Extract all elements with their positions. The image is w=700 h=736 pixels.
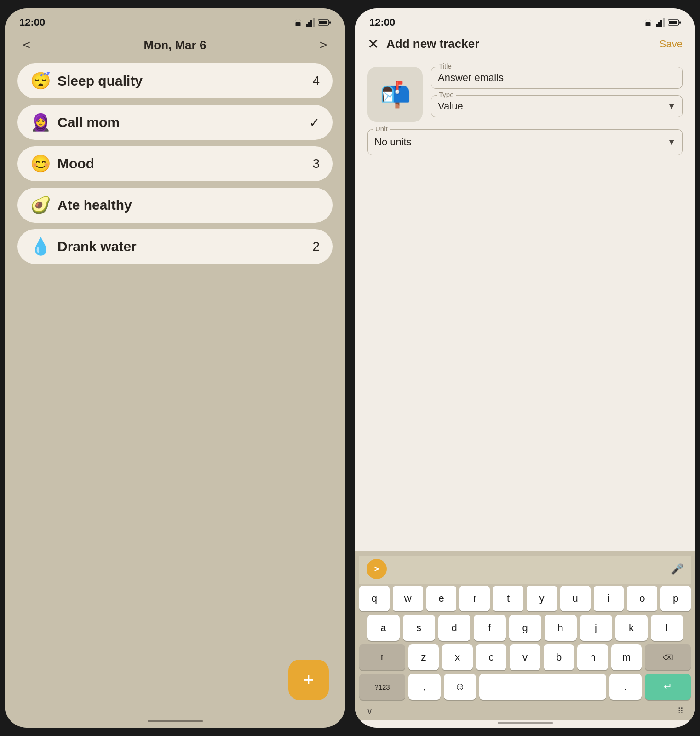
key-u[interactable]: u: [560, 586, 591, 611]
key-period[interactable]: .: [609, 674, 642, 700]
tracker-list: 😴 Sleep quality 4 🧕 Call mom ✓ 😊 Mood 3: [17, 63, 333, 264]
save-button[interactable]: Save: [660, 38, 683, 50]
key-t[interactable]: t: [493, 586, 523, 611]
tracker-item-healthy[interactable]: 🥑 Ate healthy: [17, 188, 333, 223]
key-shift[interactable]: ⇧: [359, 644, 405, 670]
key-enter[interactable]: ↵: [645, 674, 691, 700]
key-p[interactable]: p: [660, 586, 691, 611]
key-o[interactable]: o: [627, 586, 657, 611]
key-row-3: ⇧ z x c v b n m ⌫: [359, 644, 691, 670]
key-k[interactable]: k: [615, 615, 648, 641]
title-field[interactable]: Title Answer emails: [431, 67, 683, 89]
key-a[interactable]: a: [367, 615, 400, 641]
icon-picker[interactable]: 📬: [367, 67, 423, 122]
key-numbers[interactable]: ?123: [359, 674, 405, 700]
key-h[interactable]: h: [545, 615, 577, 641]
svg-rect-7: [329, 21, 331, 24]
key-e[interactable]: e: [426, 586, 457, 611]
svg-rect-11: [660, 20, 662, 27]
key-y[interactable]: y: [527, 586, 557, 611]
type-label: Type: [437, 91, 456, 98]
svg-rect-10: [658, 22, 660, 27]
expand-icon: >: [374, 564, 379, 574]
keyboard-bottom-nav: ∨ ⠿: [359, 703, 691, 720]
tracker-label-sleep: Sleep quality: [57, 73, 143, 89]
key-s[interactable]: s: [403, 615, 435, 641]
key-row-2: a s d f g h j k l: [359, 615, 691, 641]
key-d[interactable]: d: [438, 615, 470, 641]
type-value: Value: [438, 100, 463, 112]
tracker-value-sleep: 4: [312, 74, 320, 88]
keyboard-grid-icon[interactable]: ⠿: [677, 706, 683, 716]
key-r[interactable]: r: [459, 586, 490, 611]
title-label: Title: [437, 62, 453, 70]
unit-value: No units: [374, 136, 412, 148]
key-c[interactable]: c: [476, 644, 507, 670]
key-z[interactable]: z: [408, 644, 439, 670]
tracker-item-water[interactable]: 💧 Drank water 2: [17, 229, 333, 264]
nav-back-button[interactable]: <: [17, 38, 36, 52]
keyboard-expand-button[interactable]: >: [367, 559, 387, 579]
left-time: 12:00: [19, 17, 45, 29]
type-dropdown-arrow: ▼: [667, 102, 676, 111]
right-header-title: Add new tracker: [386, 37, 479, 51]
tracker-item-mood[interactable]: 😊 Mood 3: [17, 146, 333, 181]
key-x[interactable]: x: [442, 644, 473, 670]
right-phone: 12:00 ✕ Add new tracker Save 📬 Title Ans…: [355, 8, 695, 728]
key-v[interactable]: v: [510, 644, 540, 670]
svg-rect-9: [656, 24, 658, 27]
keyboard-down-arrow[interactable]: ∨: [367, 706, 373, 716]
tracker-emoji-mood: 😊: [30, 155, 51, 172]
svg-rect-4: [313, 18, 315, 27]
nav-title: Mon, Mar 6: [144, 38, 207, 52]
tracker-label-callmom: Call mom: [57, 115, 120, 130]
close-button[interactable]: ✕: [367, 36, 379, 52]
svg-rect-0: [296, 22, 301, 26]
unit-field[interactable]: Unit No units ▼: [367, 129, 683, 155]
selected-icon: 📬: [380, 80, 411, 109]
unit-select[interactable]: No units ▼: [374, 136, 676, 148]
keyboard-toolbar: > 🎤: [359, 556, 691, 584]
nav-bar: < Mon, Mar 6 >: [17, 32, 333, 63]
title-value[interactable]: Answer emails: [438, 72, 676, 84]
add-tracker-fab[interactable]: +: [288, 660, 329, 700]
key-g[interactable]: g: [509, 615, 541, 641]
key-j[interactable]: j: [580, 615, 612, 641]
tracker-emoji-water: 💧: [30, 238, 51, 255]
type-field[interactable]: Type Value ▼: [431, 95, 683, 117]
mic-icon[interactable]: 🎤: [671, 563, 683, 575]
key-space[interactable]: [479, 674, 606, 700]
svg-rect-2: [308, 22, 310, 27]
nav-forward-button[interactable]: >: [314, 38, 333, 52]
tracker-item-callmom[interactable]: 🧕 Call mom ✓: [17, 105, 333, 140]
form-fields: Title Answer emails Type Value ▼: [431, 67, 683, 117]
key-b[interactable]: b: [544, 644, 574, 670]
tracker-label-water: Drank water: [57, 239, 137, 254]
tracker-check-callmom: ✓: [309, 115, 320, 130]
left-home-indicator: [148, 720, 203, 722]
key-m[interactable]: m: [611, 644, 642, 670]
right-home-indicator: [498, 722, 553, 724]
key-i[interactable]: i: [594, 586, 624, 611]
key-q[interactable]: q: [359, 586, 390, 611]
tracker-item-sleep[interactable]: 😴 Sleep quality 4: [17, 63, 333, 98]
keyboard-rows: q w e r t y u i o p a s d f g h j k: [359, 584, 691, 703]
left-screen: < Mon, Mar 6 > 😴 Sleep quality 4 🧕 Call …: [5, 32, 345, 720]
unit-label: Unit: [373, 125, 390, 132]
key-row-4: ?123 , ☺ . ↵: [359, 674, 691, 700]
key-emoji[interactable]: ☺: [444, 674, 476, 700]
key-l[interactable]: l: [651, 615, 683, 641]
key-n[interactable]: n: [577, 644, 608, 670]
right-status-bar: 12:00: [355, 8, 695, 32]
svg-rect-8: [646, 22, 651, 26]
tracker-value-water: 2: [312, 239, 320, 254]
key-backspace[interactable]: ⌫: [645, 644, 691, 670]
svg-rect-12: [663, 18, 665, 27]
key-comma[interactable]: ,: [408, 674, 441, 700]
right-time: 12:00: [369, 17, 395, 29]
key-w[interactable]: w: [393, 586, 423, 611]
svg-rect-1: [306, 24, 308, 27]
key-f[interactable]: f: [474, 615, 506, 641]
right-header: ✕ Add new tracker Save: [355, 32, 695, 59]
type-select[interactable]: Value ▼: [438, 100, 676, 112]
